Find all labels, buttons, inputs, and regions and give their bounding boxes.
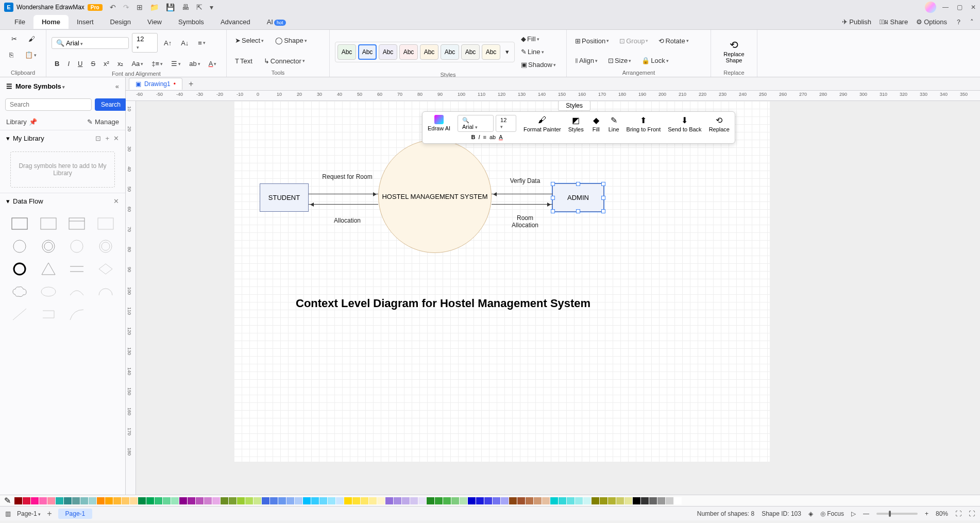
shadow-button[interactable]: ▣ Shadow (518, 59, 559, 71)
tab-insert[interactable]: Insert (69, 15, 102, 29)
color-swatch[interactable] (394, 497, 401, 504)
float-size-select[interactable]: 12 (496, 115, 516, 132)
color-swatch[interactable] (229, 497, 236, 504)
help-icon[interactable]: ？ (955, 18, 962, 27)
style-swatch-3[interactable]: Abc (379, 44, 397, 60)
tab-file[interactable]: File (6, 15, 33, 29)
color-swatch[interactable] (600, 497, 607, 504)
lock-button[interactable]: 🔒 Lock (638, 55, 671, 67)
layers-icon[interactable]: ◈ (808, 510, 813, 517)
close-icon[interactable]: ✕ (971, 4, 976, 11)
add-page-button[interactable]: + (47, 509, 52, 518)
float-bold-icon[interactable]: B (471, 134, 476, 140)
color-swatch[interactable] (476, 497, 484, 504)
shape-ellipse[interactable] (36, 282, 61, 301)
underline-icon[interactable]: U (75, 58, 86, 70)
case-icon[interactable]: Aa (128, 58, 146, 70)
style-swatch-4[interactable]: Abc (399, 44, 418, 60)
shape-line[interactable] (7, 305, 32, 324)
color-swatch[interactable] (336, 497, 344, 504)
style-swatch-5[interactable]: Abc (420, 44, 438, 60)
collapse-ribbon-icon[interactable]: ˄ (970, 18, 974, 26)
color-swatch[interactable] (641, 497, 649, 504)
tab-symbols[interactable]: Symbols (170, 15, 212, 29)
align-button[interactable]: ⫴ Align (572, 55, 601, 67)
user-avatar[interactable] (925, 2, 936, 13)
line-button[interactable]: ✎ Line (518, 46, 559, 58)
color-swatch[interactable] (138, 497, 146, 504)
color-swatch[interactable] (47, 497, 55, 504)
float-format-painter[interactable]: 🖌Format Painter (523, 115, 561, 132)
share-button[interactable]: �ัผ Share (880, 16, 908, 27)
my-library-label[interactable]: My Library (13, 134, 44, 142)
shape-center-process[interactable]: HOSTEL MANAGEMENT SYSTEM (378, 140, 492, 253)
color-swatch[interactable] (122, 497, 129, 504)
color-swatch[interactable] (89, 497, 96, 504)
color-swatch[interactable] (377, 497, 385, 504)
tab-design[interactable]: Design (102, 15, 139, 29)
paste-icon[interactable]: 📋 (22, 49, 40, 61)
font-color-icon[interactable]: A (206, 58, 220, 70)
color-swatch[interactable] (31, 497, 39, 504)
decrease-font-icon[interactable]: A↓ (178, 37, 192, 49)
float-replace[interactable]: ⟲Replace (709, 115, 730, 132)
arrow-room-alloc[interactable] (492, 204, 552, 205)
eyedropper-icon[interactable]: ✎ (4, 496, 11, 505)
color-swatch[interactable] (657, 497, 665, 504)
shape-header-rect[interactable] (65, 214, 90, 233)
float-line[interactable]: ✎Line (609, 115, 619, 132)
color-swatch[interactable] (493, 497, 500, 504)
line-spacing-icon[interactable]: ‡≡ (148, 58, 166, 70)
color-swatch[interactable] (245, 497, 253, 504)
shape-bold-circle[interactable] (7, 260, 32, 278)
color-swatch[interactable] (221, 497, 228, 504)
color-swatch[interactable] (649, 497, 657, 504)
lib-expand-icon[interactable]: ⊡ (95, 134, 101, 142)
add-tab-button[interactable]: + (189, 79, 193, 89)
position-button[interactable]: ⊞ Position (572, 35, 612, 47)
color-swatch[interactable] (550, 497, 558, 504)
style-swatch-7[interactable]: Abc (461, 44, 480, 60)
color-swatch[interactable] (385, 497, 393, 504)
color-swatch[interactable] (592, 497, 599, 504)
color-swatch[interactable] (295, 497, 302, 504)
color-swatch[interactable] (633, 497, 640, 504)
shape-diamond[interactable] (93, 260, 118, 278)
float-color-icon[interactable]: A (499, 134, 502, 140)
presentation-icon[interactable]: ▷ (851, 510, 856, 517)
shape-double-circle[interactable] (36, 237, 61, 256)
save-icon[interactable]: 💾 (166, 3, 175, 11)
arrow-allocation[interactable] (309, 204, 378, 205)
cut-icon[interactable]: ✂ (8, 33, 20, 45)
color-swatch[interactable] (352, 497, 360, 504)
color-swatch[interactable] (427, 497, 434, 504)
color-swatch[interactable] (575, 497, 583, 504)
strike-icon[interactable]: S (88, 58, 98, 70)
color-swatch[interactable] (146, 497, 154, 504)
open-icon[interactable]: 📁 (150, 3, 159, 11)
color-swatch[interactable] (328, 497, 335, 504)
float-italic-icon[interactable]: I (478, 134, 480, 140)
color-swatch[interactable] (56, 497, 63, 504)
qat-more-icon[interactable]: ▾ (210, 3, 213, 11)
float-bring-front[interactable]: ⬆Bring to Front (627, 115, 661, 132)
color-swatch[interactable] (212, 497, 220, 504)
arrow-request[interactable] (309, 194, 378, 194)
sidebar-collapse-icon[interactable]: « (115, 82, 119, 90)
color-swatch[interactable] (39, 497, 47, 504)
bold-icon[interactable]: B (52, 58, 62, 70)
chevron-down-icon[interactable]: ▾ (6, 134, 10, 142)
color-swatch[interactable] (155, 497, 162, 504)
color-swatch[interactable] (188, 497, 195, 504)
shape-button[interactable]: ◯ Shape (272, 35, 310, 46)
align-text-icon[interactable]: ≡ (195, 37, 209, 49)
color-swatch[interactable] (666, 497, 673, 504)
color-swatch[interactable] (14, 497, 22, 504)
float-font-select[interactable]: 🔍 Arial (458, 115, 494, 132)
color-swatch[interactable] (80, 497, 88, 504)
subscript-icon[interactable]: x₂ (114, 58, 127, 70)
label-room-alloc[interactable]: Room Allocation (504, 214, 546, 229)
text-button[interactable]: T Text (232, 55, 256, 67)
shape-student[interactable]: STUDENT (260, 183, 309, 212)
lib-close-icon[interactable]: ✕ (113, 134, 119, 142)
